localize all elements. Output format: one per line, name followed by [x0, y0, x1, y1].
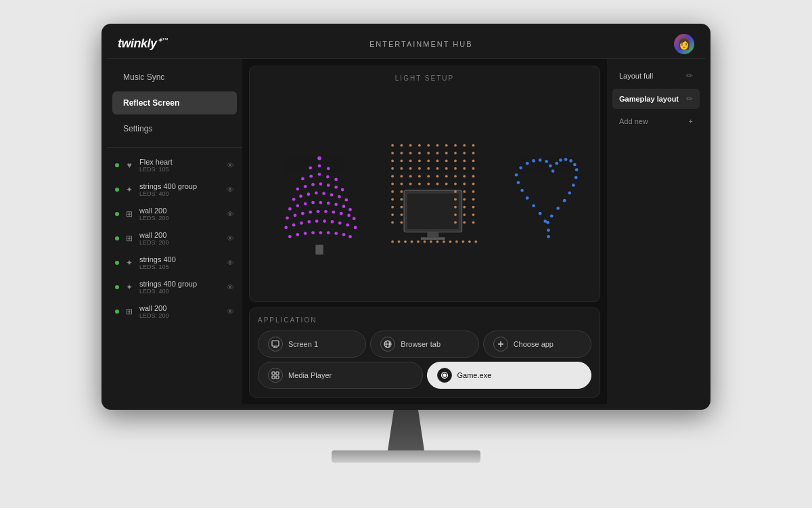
svg-point-50 [331, 220, 334, 224]
nav-reflect-screen[interactable]: Reflect Screen [112, 91, 237, 114]
svg-point-144 [472, 167, 475, 170]
device-icon: ✦ [123, 184, 135, 196]
visibility-icon[interactable]: 👁 [227, 234, 234, 242]
svg-point-105 [427, 175, 430, 177]
svg-point-69 [391, 159, 394, 162]
svg-point-73 [391, 190, 394, 193]
svg-point-176 [569, 159, 572, 163]
svg-point-138 [463, 206, 466, 209]
add-new-button[interactable]: Add new + [612, 112, 700, 131]
svg-point-28 [311, 201, 315, 205]
svg-point-39 [324, 210, 328, 213]
device-name: wall 200 [139, 304, 223, 312]
svg-point-5 [301, 177, 304, 181]
device-icon: ⊞ [123, 232, 135, 245]
svg-point-137 [463, 198, 466, 200]
device-item[interactable]: ✦ strings 400 group LEDS: 400 👁 [107, 177, 242, 202]
svg-point-193 [517, 181, 520, 184]
monitor: twinkly✦™ ENTERTAINMENT HUB 👩 Music Sync… [102, 24, 710, 484]
svg-point-189 [539, 212, 542, 215]
svg-point-3 [318, 165, 321, 168]
svg-point-184 [550, 215, 554, 218]
game-exe-button[interactable]: Game.exe [427, 362, 592, 389]
svg-point-157 [424, 240, 426, 243]
device-info: Flex heart LEDS: 105 [139, 158, 223, 173]
svg-point-155 [411, 240, 413, 243]
browser-tab-button[interactable]: Browser tab [370, 331, 478, 358]
svg-point-181 [568, 191, 571, 194]
device-info: wall 200 LEDS: 200 [139, 304, 223, 319]
svg-point-140 [463, 221, 466, 224]
device-info: strings 400 group LEDS: 400 [139, 280, 223, 295]
svg-point-16 [341, 188, 344, 192]
svg-point-51 [338, 221, 342, 225]
svg-point-133 [463, 167, 466, 170]
svg-point-168 [532, 159, 535, 163]
svg-rect-203 [272, 372, 275, 375]
svg-point-123 [454, 175, 457, 177]
svg-point-46 [300, 221, 303, 225]
svg-rect-206 [276, 376, 279, 379]
svg-point-124 [454, 183, 457, 186]
device-item[interactable]: ♥ Flex heart LEDS: 105 👁 [107, 153, 242, 177]
light-setup-panel: LIGHT SETUP [249, 66, 600, 302]
device-item[interactable]: ⊞ wall 200 LEDS: 200 👁 [107, 202, 242, 226]
svg-point-84 [400, 190, 403, 193]
svg-point-85 [400, 198, 403, 200]
svg-point-177 [573, 163, 577, 167]
device-leds: LEDS: 400 [139, 190, 223, 197]
svg-point-62 [348, 235, 352, 238]
device-info: wall 200 LEDS: 200 [139, 207, 223, 221]
visibility-icon[interactable]: 👁 [227, 259, 234, 267]
device-item[interactable]: ✦ strings 400 LEDS: 105 👁 [107, 251, 242, 275]
visibility-icon[interactable]: 👁 [227, 283, 234, 291]
svg-point-127 [454, 206, 457, 209]
device-name: strings 400 group [139, 182, 223, 190]
svg-point-147 [472, 190, 475, 193]
svg-point-112 [436, 183, 439, 186]
svg-point-60 [334, 232, 338, 235]
device-icon: ✦ [123, 257, 135, 269]
edit-icon[interactable]: ✏ [686, 71, 693, 81]
svg-point-154 [404, 240, 407, 243]
svg-point-143 [472, 159, 475, 162]
svg-point-41 [340, 212, 343, 215]
device-leds: LEDS: 200 [139, 312, 223, 319]
online-dot [115, 285, 119, 289]
svg-point-15 [334, 186, 338, 189]
choose-app-button[interactable]: Choose app [483, 331, 591, 358]
svg-point-36 [301, 212, 304, 215]
visibility-icon[interactable]: 👁 [227, 186, 234, 194]
svg-point-8 [326, 175, 330, 179]
svg-point-182 [563, 199, 566, 203]
layout-full-item[interactable]: Layout full ✏ [612, 66, 700, 86]
svg-point-92 [409, 167, 412, 170]
svg-point-26 [296, 204, 299, 207]
media-player-button[interactable]: Media Player [258, 362, 423, 389]
svg-point-166 [519, 166, 522, 169]
svg-point-160 [443, 240, 445, 243]
edit-icon[interactable]: ✏ [686, 94, 693, 104]
svg-point-49 [323, 219, 326, 223]
device-item[interactable]: ⊞ wall 200 LEDS: 200 👁 [107, 226, 242, 251]
svg-point-118 [445, 183, 448, 186]
svg-point-95 [418, 144, 421, 147]
svg-point-88 [400, 221, 403, 224]
visibility-icon[interactable]: 👁 [227, 161, 234, 169]
device-icon: ⊞ [123, 305, 135, 318]
nav-music-sync[interactable]: Music Sync [112, 66, 237, 89]
device-item[interactable]: ✦ strings 400 group LEDS: 400 👁 [107, 275, 242, 299]
svg-point-194 [515, 173, 518, 177]
svg-point-192 [520, 189, 524, 192]
device-item[interactable]: ⊞ wall 200 LEDS: 200 👁 [107, 299, 242, 324]
visibility-icon[interactable]: 👁 [227, 308, 234, 316]
screen1-button[interactable]: Screen 1 [258, 331, 366, 358]
svg-point-12 [311, 183, 315, 186]
device-icon: ♥ [123, 159, 135, 171]
visibility-icon[interactable]: 👁 [227, 210, 234, 218]
nav-settings[interactable]: Settings [112, 117, 237, 140]
application-panel: APPLICATION [249, 308, 600, 398]
svg-point-102 [427, 152, 430, 154]
svg-point-30 [327, 202, 330, 205]
gameplay-layout-item[interactable]: Gameplay layout ✏ [612, 89, 700, 109]
